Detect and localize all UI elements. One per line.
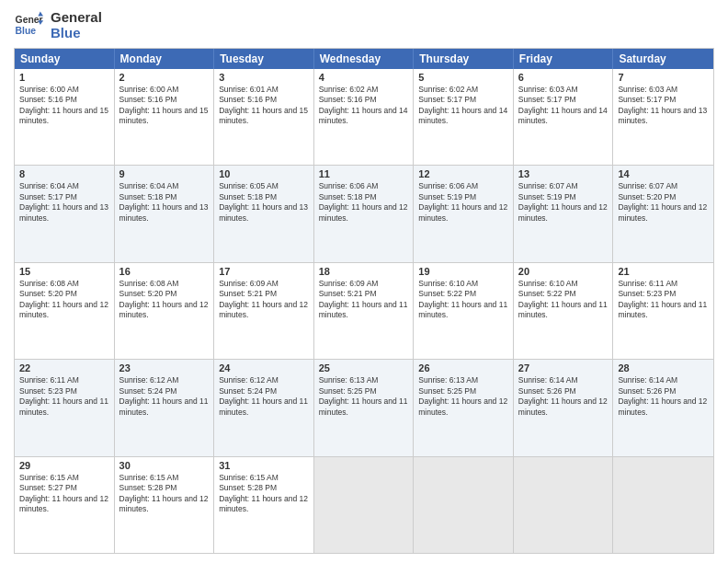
day-cell-14: 14Sunrise: 6:07 AMSunset: 5:20 PMDayligh…: [613, 166, 713, 261]
day-number: 31: [219, 460, 309, 471]
day-info: Sunrise: 6:04 AMSunset: 5:17 PMDaylight:…: [19, 181, 109, 224]
page: General Blue General Blue SundayMondayTu…: [0, 0, 728, 563]
day-info: Sunrise: 6:12 AMSunset: 5:24 PMDaylight:…: [219, 375, 309, 418]
day-cell-24: 24Sunrise: 6:12 AMSunset: 5:24 PMDayligh…: [214, 360, 314, 455]
day-cell-29: 29Sunrise: 6:15 AMSunset: 5:27 PMDayligh…: [15, 457, 115, 553]
day-number: 3: [219, 72, 309, 83]
day-number: 14: [618, 168, 709, 179]
day-info: Sunrise: 6:09 AMSunset: 5:21 PMDaylight:…: [319, 279, 409, 321]
day-number: 30: [119, 460, 210, 471]
day-info: Sunrise: 6:15 AMSunset: 5:27 PMDaylight:…: [19, 473, 109, 515]
day-info: Sunrise: 6:14 AMSunset: 5:26 PMDaylight:…: [518, 375, 609, 418]
day-info: Sunrise: 6:01 AMSunset: 5:16 PMDaylight:…: [219, 85, 309, 127]
week-row-1: 1Sunrise: 6:00 AMSunset: 5:16 PMDaylight…: [15, 69, 713, 165]
week-row-2: 8Sunrise: 6:04 AMSunset: 5:17 PMDaylight…: [15, 165, 713, 261]
day-info: Sunrise: 6:00 AMSunset: 5:16 PMDaylight:…: [19, 85, 109, 127]
logo: General Blue General Blue: [14, 9, 102, 40]
day-cell-12: 12Sunrise: 6:06 AMSunset: 5:19 PMDayligh…: [414, 166, 514, 261]
day-number: 27: [518, 362, 609, 373]
day-cell-17: 17Sunrise: 6:09 AMSunset: 5:21 PMDayligh…: [214, 263, 314, 359]
day-number: 20: [518, 266, 609, 277]
empty-cell: [613, 457, 713, 553]
day-cell-28: 28Sunrise: 6:14 AMSunset: 5:26 PMDayligh…: [613, 360, 713, 455]
calendar: SundayMondayTuesdayWednesdayThursdayFrid…: [14, 48, 714, 554]
day-number: 9: [119, 168, 210, 179]
svg-text:General: General: [16, 15, 43, 25]
day-number: 18: [319, 266, 409, 277]
header-day-sunday: Sunday: [15, 49, 115, 69]
day-info: Sunrise: 6:09 AMSunset: 5:21 PMDaylight:…: [219, 279, 309, 321]
day-number: 21: [618, 266, 709, 277]
day-info: Sunrise: 6:06 AMSunset: 5:19 PMDaylight:…: [418, 181, 508, 224]
day-info: Sunrise: 6:13 AMSunset: 5:25 PMDaylight:…: [319, 375, 409, 418]
day-info: Sunrise: 6:04 AMSunset: 5:18 PMDaylight:…: [119, 181, 210, 224]
day-number: 29: [19, 460, 109, 471]
day-cell-3: 3Sunrise: 6:01 AMSunset: 5:16 PMDaylight…: [214, 69, 314, 165]
day-cell-31: 31Sunrise: 6:15 AMSunset: 5:28 PMDayligh…: [214, 457, 314, 553]
empty-cell: [314, 457, 415, 553]
day-cell-7: 7Sunrise: 6:03 AMSunset: 5:17 PMDaylight…: [613, 69, 713, 165]
day-number: 15: [19, 266, 109, 277]
header-day-wednesday: Wednesday: [314, 49, 415, 69]
calendar-header: SundayMondayTuesdayWednesdayThursdayFrid…: [15, 49, 713, 69]
day-cell-26: 26Sunrise: 6:13 AMSunset: 5:25 PMDayligh…: [414, 360, 514, 455]
day-info: Sunrise: 6:05 AMSunset: 5:18 PMDaylight:…: [219, 181, 309, 224]
day-cell-30: 30Sunrise: 6:15 AMSunset: 5:28 PMDayligh…: [115, 457, 215, 553]
header: General Blue General Blue: [14, 9, 714, 40]
day-cell-5: 5Sunrise: 6:02 AMSunset: 5:17 PMDaylight…: [414, 69, 514, 165]
day-number: 10: [219, 168, 309, 179]
day-cell-16: 16Sunrise: 6:08 AMSunset: 5:20 PMDayligh…: [115, 263, 215, 359]
day-number: 17: [219, 266, 309, 277]
day-info: Sunrise: 6:03 AMSunset: 5:17 PMDaylight:…: [618, 85, 709, 127]
day-number: 4: [319, 72, 409, 83]
header-day-friday: Friday: [514, 49, 614, 69]
logo-icon: General Blue: [14, 10, 43, 40]
day-number: 12: [418, 168, 508, 179]
day-cell-6: 6Sunrise: 6:03 AMSunset: 5:17 PMDaylight…: [514, 69, 614, 165]
header-day-tuesday: Tuesday: [214, 49, 314, 69]
day-info: Sunrise: 6:02 AMSunset: 5:17 PMDaylight:…: [418, 85, 508, 127]
day-cell-21: 21Sunrise: 6:11 AMSunset: 5:23 PMDayligh…: [613, 263, 713, 359]
header-day-thursday: Thursday: [414, 49, 514, 69]
day-info: Sunrise: 6:15 AMSunset: 5:28 PMDaylight:…: [219, 473, 309, 515]
week-row-3: 15Sunrise: 6:08 AMSunset: 5:20 PMDayligh…: [15, 262, 713, 359]
day-number: 5: [418, 72, 508, 83]
header-day-saturday: Saturday: [613, 49, 713, 69]
empty-cell: [514, 457, 614, 553]
day-info: Sunrise: 6:08 AMSunset: 5:20 PMDaylight:…: [19, 279, 109, 321]
day-info: Sunrise: 6:13 AMSunset: 5:25 PMDaylight:…: [418, 375, 508, 418]
day-info: Sunrise: 6:10 AMSunset: 5:22 PMDaylight:…: [518, 279, 609, 321]
day-cell-13: 13Sunrise: 6:07 AMSunset: 5:19 PMDayligh…: [514, 166, 614, 261]
day-info: Sunrise: 6:11 AMSunset: 5:23 PMDaylight:…: [618, 279, 709, 321]
day-number: 1: [19, 72, 109, 83]
day-info: Sunrise: 6:03 AMSunset: 5:17 PMDaylight:…: [518, 85, 609, 127]
empty-cell: [414, 457, 514, 553]
day-number: 25: [319, 362, 409, 373]
day-info: Sunrise: 6:00 AMSunset: 5:16 PMDaylight:…: [119, 85, 210, 127]
day-number: 16: [119, 266, 210, 277]
week-row-5: 29Sunrise: 6:15 AMSunset: 5:27 PMDayligh…: [15, 456, 713, 553]
logo-general: General: [51, 9, 102, 25]
day-number: 28: [618, 362, 709, 373]
day-number: 7: [618, 72, 709, 83]
day-number: 24: [219, 362, 309, 373]
day-info: Sunrise: 6:14 AMSunset: 5:26 PMDaylight:…: [618, 375, 709, 418]
day-number: 13: [518, 168, 609, 179]
svg-text:Blue: Blue: [16, 26, 37, 36]
logo-blue: Blue: [51, 25, 102, 40]
day-info: Sunrise: 6:08 AMSunset: 5:20 PMDaylight:…: [119, 279, 210, 321]
day-info: Sunrise: 6:07 AMSunset: 5:20 PMDaylight:…: [618, 181, 709, 224]
day-info: Sunrise: 6:12 AMSunset: 5:24 PMDaylight:…: [119, 375, 210, 418]
day-cell-27: 27Sunrise: 6:14 AMSunset: 5:26 PMDayligh…: [514, 360, 614, 455]
day-cell-11: 11Sunrise: 6:06 AMSunset: 5:18 PMDayligh…: [314, 166, 415, 261]
day-cell-25: 25Sunrise: 6:13 AMSunset: 5:25 PMDayligh…: [314, 360, 415, 455]
day-number: 11: [319, 168, 409, 179]
day-cell-23: 23Sunrise: 6:12 AMSunset: 5:24 PMDayligh…: [115, 360, 215, 455]
day-info: Sunrise: 6:06 AMSunset: 5:18 PMDaylight:…: [319, 181, 409, 224]
day-cell-10: 10Sunrise: 6:05 AMSunset: 5:18 PMDayligh…: [214, 166, 314, 261]
svg-marker-2: [38, 12, 43, 17]
header-day-monday: Monday: [115, 49, 215, 69]
day-cell-15: 15Sunrise: 6:08 AMSunset: 5:20 PMDayligh…: [15, 263, 115, 359]
day-cell-9: 9Sunrise: 6:04 AMSunset: 5:18 PMDaylight…: [115, 166, 215, 261]
day-info: Sunrise: 6:02 AMSunset: 5:16 PMDaylight:…: [319, 85, 409, 127]
